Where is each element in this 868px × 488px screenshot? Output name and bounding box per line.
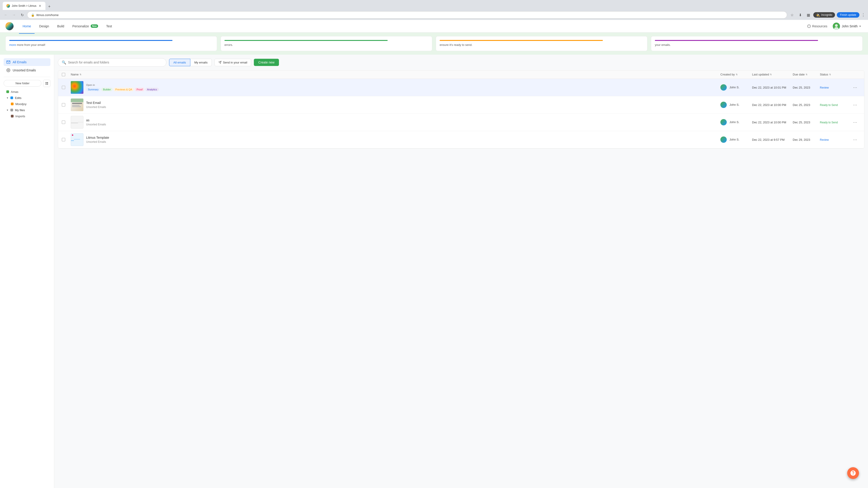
row4-status: Review <box>820 138 851 141</box>
nav-test[interactable]: Test <box>103 23 116 30</box>
finish-update-button[interactable]: Finish update <box>837 12 860 18</box>
sidebar-item-moodjoy[interactable]: Moodjoy <box>8 101 51 107</box>
col-status-header[interactable]: Status ⇅ <box>820 73 851 76</box>
row3-name: as <box>86 119 106 122</box>
created-by-sort-icon: ⇅ <box>736 73 738 76</box>
svg-rect-11 <box>46 84 46 85</box>
help-float-button[interactable] <box>847 467 859 479</box>
filter-all-emails-button[interactable]: All emails <box>169 59 190 66</box>
address-text: litmus.com/home <box>36 13 783 17</box>
tag-previews-qa[interactable]: Previews & QA <box>114 88 134 91</box>
banner-accent-3 <box>440 40 603 41</box>
col-name-header[interactable]: Name ⇅ <box>71 73 720 76</box>
row1-checkbox[interactable] <box>62 86 65 89</box>
row3-due-date: Dec 25, 2023 <box>793 121 820 124</box>
row4-due-date: Dec 29, 2023 <box>793 138 820 141</box>
address-bar[interactable]: 🔒 litmus.com/home <box>27 11 787 19</box>
nav-design[interactable]: Design <box>35 23 53 30</box>
select-all-checkbox[interactable] <box>62 73 65 76</box>
nav-home[interactable]: Home <box>19 23 35 30</box>
browser-tab[interactable]: John Smith > Litmus ✕ <box>3 2 45 10</box>
banner-text-2: errors. <box>224 43 428 47</box>
browser-menu-button[interactable]: ⋮ <box>861 12 865 18</box>
filter-my-emails-button[interactable]: My emails <box>190 59 212 66</box>
help-icon <box>850 470 856 476</box>
row2-folder: Unsorted Emails <box>86 105 106 109</box>
row1-info: Open in Summary Builder Previews & QA Pr… <box>84 84 159 91</box>
back-button[interactable]: ← <box>3 12 9 18</box>
row3-creator-name: John S. <box>730 121 739 124</box>
row1-open-label: Open in <box>86 84 159 86</box>
tag-summary[interactable]: Summary <box>86 88 100 91</box>
row2-last-updated: Dec 22, 2023 at 10:00 PM <box>752 103 793 107</box>
download-button[interactable]: ⬇ <box>797 12 803 18</box>
incognito-button[interactable]: 🕵 Incognito <box>813 12 835 18</box>
browser-chrome: John Smith > Litmus ✕ + ← → ↻ 🔒 litmus.c… <box>0 0 868 20</box>
nav-build[interactable]: Build <box>54 23 68 30</box>
svg-rect-9 <box>46 82 46 83</box>
table-row[interactable]: Test Email Unsorted Emails John S. Dec 2… <box>58 96 864 113</box>
search-input[interactable] <box>68 61 162 64</box>
col-due-date-header[interactable]: Due date ⇅ <box>793 73 820 76</box>
row1-more-button[interactable]: ⋯ <box>851 84 859 91</box>
tag-builder[interactable]: Builder <box>101 88 113 91</box>
search-box[interactable]: 🔍 <box>58 58 166 67</box>
nav-personalize[interactable]: Personalize New <box>69 23 102 30</box>
row2-checkbox[interactable] <box>62 103 65 107</box>
row2-name: Test Email <box>86 101 106 105</box>
row3-more-button[interactable]: ⋯ <box>851 119 859 126</box>
sidebar-item-my-files[interactable]: ▼ My files <box>4 107 51 113</box>
banner-card-3: ensure it's ready to send. <box>436 36 647 51</box>
user-avatar <box>833 23 840 30</box>
banner-accent-1 <box>9 40 173 41</box>
unsorted-emails-icon <box>6 68 10 72</box>
app-header: Home Design Build Personalize New Test R… <box>0 20 868 33</box>
create-new-button[interactable]: Create new <box>254 59 279 66</box>
sidebar-button[interactable]: ▦ <box>805 12 811 18</box>
last-updated-sort-icon: ⇅ <box>770 73 772 76</box>
row1-creator: John S. <box>720 84 752 91</box>
row4-last-updated: Dec 22, 2023 at 9:57 PM <box>752 138 793 141</box>
row4-checkbox[interactable] <box>62 138 65 141</box>
row4-more-button[interactable]: ⋯ <box>851 136 859 143</box>
resources-button[interactable]: Resources <box>807 24 827 28</box>
search-icon: 🔍 <box>62 60 66 65</box>
tag-proof[interactable]: Proof <box>135 88 144 91</box>
sidebar-item-amas[interactable]: Amas <box>4 89 51 95</box>
app-navigation: Home Design Build Personalize New Test <box>19 23 807 30</box>
tab-title: John Smith > Litmus <box>12 4 36 7</box>
table-row[interactable]: as Unsorted Emails John S. Dec 22, 2023 … <box>58 113 864 131</box>
view-toggle-button[interactable] <box>43 80 51 87</box>
table-row[interactable]: Litmus Template Unsorted Emails John S. … <box>58 131 864 149</box>
row3-checkbox[interactable] <box>62 121 65 124</box>
reload-button[interactable]: ↻ <box>19 12 25 18</box>
due-date-sort-icon: ⇅ <box>806 73 807 76</box>
row1-status: Review <box>820 86 851 89</box>
sidebar-item-unsorted[interactable]: Unsorted Emails <box>4 66 51 74</box>
sidebar: All Emails Unsorted Emails New folder <box>0 55 54 488</box>
row3-last-updated: Dec 22, 2023 at 10:00 PM <box>752 121 793 124</box>
folder-dot-imports <box>11 115 13 118</box>
col-last-updated-header[interactable]: Last updated ⇅ <box>752 73 793 76</box>
sidebar-item-edits[interactable]: ▼ Edits <box>4 95 51 101</box>
sidebar-item-imports[interactable]: Imports <box>8 113 51 119</box>
tab-favicon <box>6 4 10 8</box>
sidebar-item-all-emails[interactable]: All Emails <box>4 58 51 66</box>
user-menu[interactable]: John Smith ▾ <box>831 22 863 31</box>
new-tab-button[interactable]: + <box>46 3 53 10</box>
tab-close-icon[interactable]: ✕ <box>38 4 42 8</box>
app-logo[interactable] <box>5 22 13 30</box>
col-created-by-header[interactable]: Created by ⇅ <box>720 73 752 76</box>
banner-text-3: ensure it's ready to send. <box>440 43 644 47</box>
svg-point-4 <box>835 24 838 27</box>
row2-more-button[interactable]: ⋯ <box>851 101 859 108</box>
banner-card-4: your emails. <box>651 36 863 51</box>
row2-due-date: Dec 25, 2023 <box>793 103 820 107</box>
send-email-button[interactable]: Send in your email <box>215 59 251 66</box>
forward-button[interactable]: → <box>11 12 17 18</box>
new-folder-button[interactable]: New folder <box>4 80 41 87</box>
table-row[interactable]: Open in Summary Builder Previews & QA Pr… <box>58 79 864 96</box>
bookmark-button[interactable]: ☆ <box>789 12 795 18</box>
tag-analytics[interactable]: Analytics <box>145 88 159 91</box>
sidebar-new-folder-row: New folder <box>4 80 51 87</box>
